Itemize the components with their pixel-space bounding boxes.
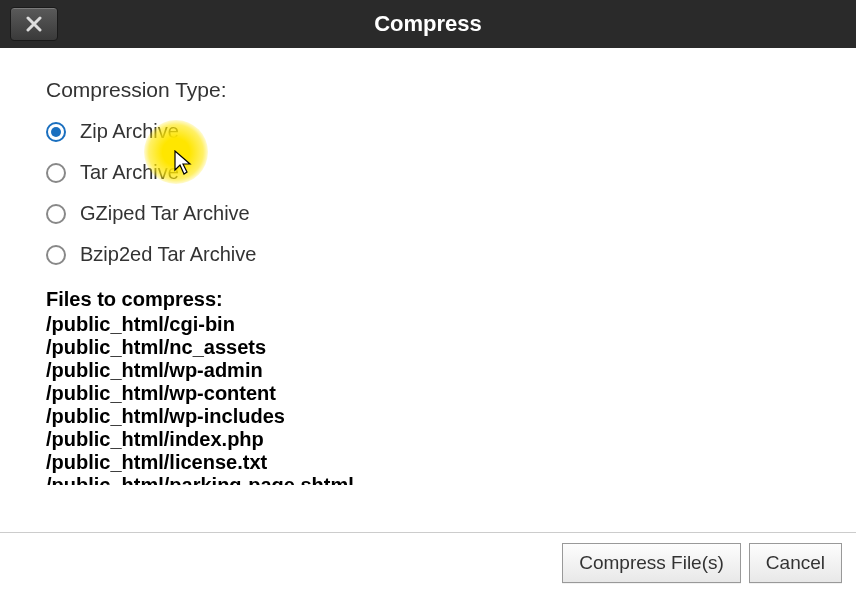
file-path: /public_html/cgi-bin bbox=[46, 313, 430, 336]
radio-option[interactable]: Zip Archive bbox=[46, 120, 814, 143]
file-path: /public_html/wp-includes bbox=[46, 405, 430, 428]
radio-option[interactable]: Bzip2ed Tar Archive bbox=[46, 243, 814, 266]
radio-icon bbox=[46, 204, 66, 224]
file-path: /public_html/parking-page.shtml bbox=[46, 474, 430, 485]
radio-label: Bzip2ed Tar Archive bbox=[80, 243, 256, 266]
dialog-footer: Compress File(s) Cancel bbox=[0, 532, 856, 592]
title-bar: Compress bbox=[0, 0, 856, 48]
radio-label: Zip Archive bbox=[80, 120, 179, 143]
radio-label: GZiped Tar Archive bbox=[80, 202, 250, 225]
files-heading: Files to compress: bbox=[46, 288, 814, 311]
radio-icon bbox=[46, 163, 66, 183]
dialog-content: Compression Type: Zip ArchiveTar Archive… bbox=[0, 48, 856, 532]
files-list[interactable]: /public_html/cgi-bin/public_html/nc_asse… bbox=[46, 313, 430, 485]
file-path: /public_html/wp-content bbox=[46, 382, 430, 405]
radio-icon bbox=[46, 122, 66, 142]
file-path: /public_html/index.php bbox=[46, 428, 430, 451]
cancel-button[interactable]: Cancel bbox=[749, 543, 842, 583]
compression-type-heading: Compression Type: bbox=[46, 78, 814, 102]
radio-option[interactable]: Tar Archive bbox=[46, 161, 814, 184]
file-path: /public_html/nc_assets bbox=[46, 336, 430, 359]
close-button[interactable] bbox=[10, 7, 58, 41]
radio-option[interactable]: GZiped Tar Archive bbox=[46, 202, 814, 225]
close-icon bbox=[26, 16, 42, 32]
file-path: /public_html/license.txt bbox=[46, 451, 430, 474]
compress-button[interactable]: Compress File(s) bbox=[562, 543, 741, 583]
file-path: /public_html/wp-admin bbox=[46, 359, 430, 382]
dialog-title: Compress bbox=[0, 11, 856, 37]
radio-label: Tar Archive bbox=[80, 161, 179, 184]
radio-icon bbox=[46, 245, 66, 265]
